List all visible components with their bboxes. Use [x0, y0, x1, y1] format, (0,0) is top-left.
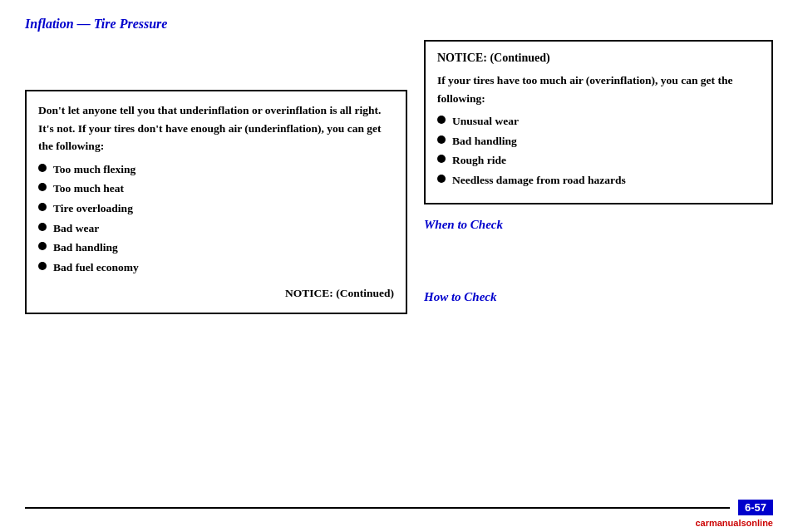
- how-to-check-heading: How to Check: [424, 290, 773, 304]
- list-item: Rough ride: [437, 151, 760, 170]
- list-item: Too much flexing: [38, 160, 394, 179]
- list-item: Bad wear: [38, 219, 394, 238]
- bottom-bar: 6-57: [25, 500, 773, 515]
- overinflation-list: Unusual wear Bad handling Rough ride: [437, 112, 760, 189]
- bullet-icon: [38, 262, 47, 270]
- bottom-line: [25, 507, 730, 509]
- right-column: NOTICE: (Continued) If your tires have t…: [424, 40, 773, 314]
- bullet-icon: [38, 223, 47, 231]
- notice-box-left-intro: Don't let anyone tell you that underinfl…: [38, 101, 394, 155]
- notice-box-right-body: If your tires have too much air (overinf…: [437, 71, 760, 190]
- page-container: Inflation — Tire Pressure Don't let anyo…: [0, 0, 798, 532]
- bullet-icon: [437, 155, 446, 163]
- when-to-check-heading: When to Check: [424, 218, 773, 232]
- list-item: Too much heat: [38, 180, 394, 198]
- notice-box-right: NOTICE: (Continued) If your tires have t…: [424, 40, 773, 204]
- list-item: Tire overloading: [38, 200, 394, 218]
- page-number: 6-57: [738, 500, 773, 515]
- when-to-check-body: [424, 237, 773, 278]
- notice-box-right-intro: If your tires have too much air (overinf…: [437, 71, 760, 107]
- list-item: Bad handling: [437, 132, 760, 150]
- bullet-icon: [437, 135, 446, 144]
- notice-box-left-content: Don't let anyone tell you that underinfl…: [38, 101, 394, 303]
- notice-continued-label: NOTICE: (Continued): [38, 284, 394, 303]
- bullet-icon: [437, 175, 446, 183]
- bullet-icon: [38, 164, 47, 172]
- list-item: Unusual wear: [437, 112, 760, 131]
- bullet-icon: [437, 116, 446, 124]
- list-item: Bad fuel economy: [38, 259, 394, 277]
- left-column: Don't let anyone tell you that underinfl…: [25, 40, 407, 314]
- underinflation-list: Too much flexing Too much heat Tire over…: [38, 160, 394, 277]
- notice-box-right-header: NOTICE: (Continued): [437, 52, 760, 65]
- bullet-icon: [38, 183, 47, 191]
- watermark: carmanualsonline: [695, 518, 773, 528]
- list-item: Needless damage from road hazards: [437, 171, 760, 190]
- watermark-logo: carmanualsonline: [695, 518, 773, 528]
- main-content: Don't let anyone tell you that underinfl…: [25, 40, 773, 314]
- list-item: Bad handling: [38, 239, 394, 257]
- notice-box-left: Don't let anyone tell you that underinfl…: [25, 90, 407, 314]
- bullet-icon: [38, 242, 47, 250]
- bullet-icon: [38, 203, 47, 211]
- page-title: Inflation — Tire Pressure: [25, 17, 773, 32]
